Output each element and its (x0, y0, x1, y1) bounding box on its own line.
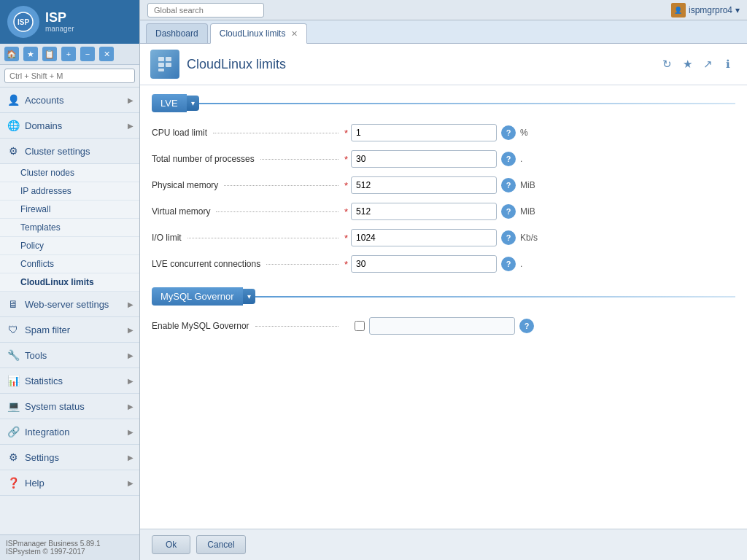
page-footer: Ok Cancel (140, 529, 747, 560)
lve-connections-input[interactable] (351, 255, 497, 273)
enable-mysql-input[interactable] (369, 317, 515, 335)
domains-arrow-icon: ▶ (128, 122, 133, 130)
total-processes-input[interactable] (351, 150, 497, 168)
cpu-load-label: CPU load limit (152, 128, 341, 138)
share-button[interactable]: ↗ (699, 55, 716, 73)
sidebar-item-help[interactable]: ❓ Help ▶ (0, 470, 139, 496)
cpu-load-row: CPU load limit * ? % (152, 122, 735, 143)
io-limit-label-text: I/O limit (152, 233, 182, 243)
sidebar-item-statistics[interactable]: 📊 Statistics ▶ (0, 368, 139, 394)
physical-memory-input[interactable] (351, 176, 497, 194)
io-limit-required: * (344, 233, 348, 244)
sidebar-footer: ISPmanager Business 5.89.1 ISPsystem © 1… (0, 534, 139, 560)
total-processes-unit: . (520, 154, 522, 164)
refresh-button[interactable]: ↻ (658, 55, 676, 73)
mysql-dropdown-button[interactable]: ▾ (243, 289, 255, 304)
accounts-icon: 👤 (6, 93, 20, 107)
sidebar-item-cluster[interactable]: ⚙ Cluster settings (0, 139, 139, 164)
toolbar-home-icon[interactable]: 🏠 (4, 47, 19, 61)
mysql-section-line (255, 296, 735, 298)
virtual-memory-required: * (344, 206, 348, 217)
sidebar-item-integration-label: Integration (25, 427, 69, 438)
sidebar-item-firewall[interactable]: Firewall (0, 201, 139, 219)
enable-mysql-help-icon[interactable]: ? (519, 319, 534, 333)
global-search-input[interactable] (147, 3, 264, 18)
sidebar-toolbar: 🏠 ★ 📋 + − ✕ (0, 44, 139, 65)
mysql-label: MySQL Governor (160, 291, 234, 302)
toolbar-history-icon[interactable]: 📋 (42, 47, 57, 61)
sidebar-item-ip-addresses[interactable]: IP addresses (0, 182, 139, 201)
sidebar-item-integration[interactable]: 🔗 Integration ▶ (0, 419, 139, 445)
global-search-area (147, 3, 264, 18)
svg-text:ISP: ISP (18, 18, 29, 26)
total-processes-help-icon[interactable]: ? (501, 152, 516, 166)
cpu-load-input[interactable] (351, 124, 497, 141)
virtual-memory-input[interactable] (351, 203, 497, 220)
sidebar-item-cloudlinux-limits[interactable]: CloudLinux limits (0, 273, 139, 292)
tab-close-icon[interactable]: ✕ (291, 29, 298, 39)
info-button[interactable]: ℹ (719, 55, 737, 73)
user-info[interactable]: 👤 ispmgrpro4 ▾ (671, 3, 740, 18)
sidebar-item-spamfilter[interactable]: 🛡 Spam filter ▶ (0, 317, 139, 343)
tools-icon: 🔧 (6, 348, 20, 362)
sidebar-item-webserver-label: Web-server settings (25, 299, 109, 310)
sidebar-item-domains[interactable]: 🌐 Domains ▶ (0, 113, 139, 139)
cluster-submenu: Cluster nodes IP addresses Firewall Temp… (0, 164, 139, 292)
toolbar-x-icon[interactable]: ✕ (99, 47, 114, 61)
lve-connections-required: * (344, 259, 348, 270)
toolbar-star-icon[interactable]: ★ (23, 47, 38, 61)
io-limit-unit: Kb/s (520, 233, 538, 243)
tab-dashboard[interactable]: Dashboard (146, 23, 208, 43)
cancel-button[interactable]: Cancel (196, 535, 245, 554)
lve-section-button[interactable]: LVE (152, 94, 187, 112)
webserver-arrow-icon: ▶ (128, 300, 133, 308)
username-label: ispmgrpro4 (689, 5, 732, 15)
logo-text: ISP (45, 11, 74, 26)
toolbar-add-icon[interactable]: + (61, 47, 76, 61)
tab-dashboard-label: Dashboard (155, 28, 198, 39)
user-dropdown-icon: ▾ (735, 5, 740, 15)
virtual-memory-help-icon[interactable]: ? (501, 204, 516, 219)
tab-cloudlinux-limits[interactable]: CloudLinux limits ✕ (210, 23, 308, 44)
statistics-arrow-icon: ▶ (128, 377, 133, 385)
sidebar-item-webserver[interactable]: 🖥 Web-server settings ▶ (0, 292, 139, 317)
ok-button[interactable]: Ok (152, 535, 190, 554)
sidebar-item-spamfilter-label: Spam filter (25, 324, 70, 335)
spamfilter-icon: 🛡 (6, 322, 20, 337)
systemstatus-arrow-icon: ▶ (128, 402, 133, 411)
topbar: 👤 ispmgrpro4 ▾ (140, 0, 747, 20)
sidebar-item-accounts-label: Accounts (25, 95, 63, 106)
sidebar-item-conflicts[interactable]: Conflicts (0, 255, 139, 273)
toolbar-minus-icon[interactable]: − (80, 47, 95, 61)
lve-dropdown-button[interactable]: ▾ (187, 96, 199, 111)
sidebar-item-tools-label: Tools (25, 350, 47, 361)
sidebar-item-tools[interactable]: 🔧 Tools ▶ (0, 343, 139, 368)
cpu-load-unit: % (520, 128, 528, 138)
cpu-load-help-icon[interactable]: ? (501, 125, 516, 140)
sidebar-item-settings[interactable]: ⚙ Settings ▶ (0, 445, 139, 470)
help-arrow-icon: ▶ (128, 479, 133, 487)
tabs-bar: Dashboard CloudLinux limits ✕ (140, 20, 747, 44)
mysql-section-button[interactable]: MySQL Governor (152, 287, 243, 306)
cpu-load-label-text: CPU load limit (152, 128, 207, 138)
enable-mysql-checkbox[interactable] (355, 321, 365, 331)
page-title: CloudLinux limits (187, 57, 286, 72)
sidebar-item-systemstatus[interactable]: 💻 System status ▶ (0, 394, 139, 419)
sidebar-item-cluster-nodes[interactable]: Cluster nodes (0, 164, 139, 182)
cpu-load-required: * (344, 128, 348, 139)
sidebar-item-accounts[interactable]: 👤 Accounts ▶ (0, 88, 139, 113)
lve-connections-help-icon[interactable]: ? (501, 257, 516, 271)
logo-area: ISP ISP manager (0, 0, 139, 44)
favorite-button[interactable]: ★ (678, 55, 696, 73)
spamfilter-arrow-icon: ▶ (128, 326, 133, 334)
sidebar-search-input[interactable] (4, 69, 135, 83)
enable-mysql-label-text: Enable MySQL Governor (152, 321, 249, 331)
sidebar-item-policy[interactable]: Policy (0, 237, 139, 255)
physical-memory-help-icon[interactable]: ? (501, 178, 516, 192)
sidebar-item-templates[interactable]: Templates (0, 219, 139, 237)
io-limit-help-icon[interactable]: ? (501, 230, 516, 245)
page-icon (150, 50, 179, 79)
mysql-section-header: MySQL Governor ▾ (152, 287, 735, 306)
io-limit-input[interactable] (351, 229, 497, 246)
logo-icon: ISP (7, 6, 39, 38)
